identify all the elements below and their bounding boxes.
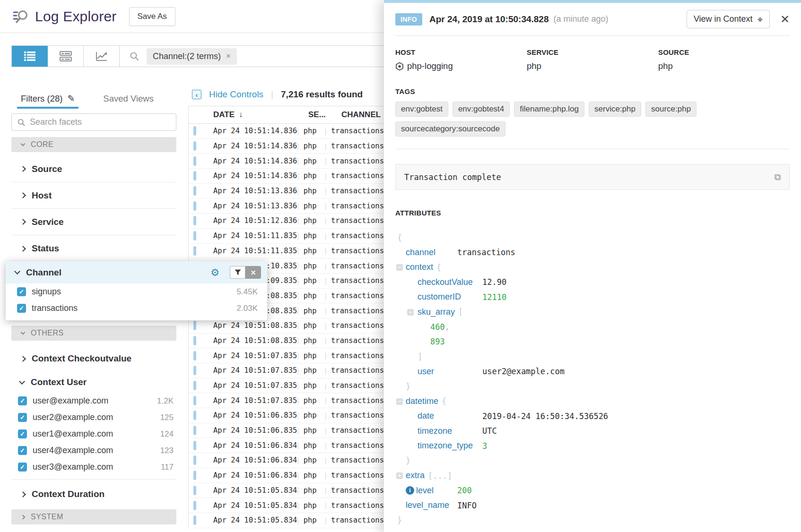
section-core[interactable]: CORE	[11, 137, 176, 152]
graph-view-button[interactable]	[84, 46, 120, 67]
facet-option-row[interactable]: ✓ signups 5.45K	[6, 283, 267, 300]
log-row[interactable]: Apr 24 10:51:14.836 | php | transactions	[189, 154, 384, 169]
copy-icon[interactable]: ⧉	[774, 172, 781, 182]
tab-filters[interactable]: Filters (28) ✎	[17, 93, 78, 109]
attribute-key[interactable]: customerID	[418, 292, 482, 302]
info-icon[interactable]: i	[406, 486, 414, 495]
attribute-key[interactable]: channel	[406, 248, 457, 257]
log-row[interactable]: Apr 24 10:51:05.834 | php | transactions	[189, 483, 384, 498]
attribute-key[interactable]: date	[418, 411, 482, 421]
facet-option-row[interactable]: ✓ user4@example.com 123	[11, 442, 176, 459]
facet-option-row[interactable]: ✓ user2@example.com 125	[11, 409, 176, 426]
attribute-key[interactable]: datetime	[406, 396, 438, 406]
facet-option-row[interactable]: ✓ transactions 2.03K	[6, 300, 267, 317]
attribute-key[interactable]: checkoutValue	[418, 277, 482, 287]
log-row[interactable]: Apr 24 10:51:11.835 | php | transactions	[189, 229, 384, 244]
facet-search[interactable]	[11, 113, 176, 131]
log-row[interactable]: Apr 24 10:51:11.835 | php | transactions	[189, 244, 384, 259]
edit-filters-icon[interactable]: ✎	[67, 93, 75, 104]
status-info-bar	[193, 396, 196, 405]
facet-header[interactable]: Context User	[11, 372, 176, 393]
checkbox-checked[interactable]: ✓	[17, 287, 26, 296]
tag-pill[interactable]: env:gobtest	[395, 102, 448, 117]
log-row[interactable]: Apr 24 10:51:14.836 | php | transactions	[189, 139, 384, 154]
clear-filter-button[interactable]: ✕	[245, 266, 261, 279]
attribute-key[interactable]: level	[416, 486, 457, 496]
log-row[interactable]: Apr 24 10:51:14.836 | php | transactions	[189, 124, 384, 139]
tag-pill[interactable]: source:php	[645, 102, 697, 117]
log-row[interactable]: Apr 24 10:51:07.835 | php | transactions	[189, 378, 384, 394]
log-row[interactable]: Apr 24 10:51:06.834 | php | transactions	[189, 438, 384, 453]
facet-row[interactable]: Service	[11, 209, 176, 235]
log-row[interactable]: Apr 24 10:51:06.834 | php | transactions	[189, 468, 384, 483]
checkbox-checked[interactable]: ✓	[17, 304, 26, 313]
facet-row[interactable]: Host	[11, 182, 176, 209]
checkbox-checked[interactable]: ✓	[18, 446, 27, 455]
list-view-button[interactable]	[12, 46, 48, 67]
tag-pill[interactable]: service:php	[589, 102, 641, 117]
cell-separator: |	[297, 127, 303, 135]
close-panel-icon[interactable]: ✕	[780, 14, 790, 25]
facet-option-row[interactable]: ✓ user1@example.com 124	[11, 426, 176, 442]
log-row[interactable]: Apr 24 10:51:12.836 | php | transactions	[189, 214, 384, 229]
log-row[interactable]: Apr 24 10:51:06.835 | php | transactions	[189, 408, 384, 423]
detail-view-button[interactable]	[48, 46, 84, 67]
facet-row[interactable]: Status	[11, 235, 176, 262]
save-as-button[interactable]: Save As	[129, 7, 175, 26]
collapse-toggle-icon[interactable]	[396, 398, 403, 405]
collapse-toggle-icon[interactable]	[407, 309, 414, 316]
remove-token-icon[interactable]: ×	[226, 51, 231, 61]
tab-saved-views[interactable]: Saved Views	[99, 94, 157, 109]
log-row[interactable]: Apr 24 10:51:05.834 | php | transactions	[189, 513, 384, 528]
log-row[interactable]: Apr 24 10:51:08.835 | php | transactions	[189, 318, 384, 334]
log-row[interactable]: Apr 24 10:51:07.835 | php | transactions	[189, 348, 384, 363]
column-header-channel[interactable]: CHANNEL	[341, 110, 381, 120]
facet-option-row[interactable]: ✓ user3@example.com 117	[11, 459, 176, 475]
attribute-key[interactable]: level_name	[406, 500, 457, 510]
attribute-key[interactable]: sku_array	[418, 307, 455, 317]
log-row[interactable]: Apr 24 10:51:06.834 | php | transactions	[189, 453, 384, 468]
attribute-key[interactable]: extra	[406, 471, 425, 481]
log-service: php	[304, 247, 325, 255]
facet-option-row[interactable]: ✓ user@example.com 1.2K	[11, 393, 176, 409]
log-channel: transactions	[331, 336, 384, 345]
facet-row[interactable]: Context Checkoutvalue	[11, 345, 176, 372]
attribute-key[interactable]: timezone	[418, 426, 482, 436]
log-row[interactable]: Apr 24 10:51:06.835 | php | transactions	[189, 423, 384, 438]
log-row[interactable]: Apr 24 10:51:05.834 | php | transactions	[189, 498, 384, 513]
attribute-key[interactable]: user	[418, 367, 482, 377]
checkbox-checked[interactable]: ✓	[18, 413, 27, 422]
hide-controls-icon[interactable]: ‹	[192, 90, 201, 99]
collapse-toggle-icon[interactable]	[396, 264, 403, 271]
checkbox-checked[interactable]: ✓	[18, 396, 27, 405]
section-others[interactable]: OTHERS	[11, 326, 176, 341]
attribute-key[interactable]: context	[406, 262, 433, 272]
column-header-service[interactable]: SE...	[308, 110, 341, 120]
log-date: Apr 24 10:51:07.835	[213, 396, 297, 405]
log-row[interactable]: Apr 24 10:51:14.836 | php | transactions	[189, 169, 384, 184]
log-row[interactable]: Apr 24 10:51:13.836 | php | transactions	[189, 184, 384, 199]
attribute-key[interactable]: timezone_type	[418, 441, 482, 451]
hide-controls-link[interactable]: Hide Controls	[209, 89, 263, 100]
gear-icon[interactable]: ⚙	[210, 267, 219, 277]
tag-pill[interactable]: filename:php.log	[514, 102, 584, 117]
channel-popup-header[interactable]: Channel ⚙ ✕	[6, 261, 267, 283]
checkbox-checked[interactable]: ✓	[18, 429, 27, 438]
log-row[interactable]: Apr 24 10:51:07.835 | php | transactions	[189, 363, 384, 378]
collapse-toggle-icon[interactable]	[396, 472, 403, 479]
facet-row[interactable]: Context Duration	[11, 481, 176, 507]
search-facets-input[interactable]	[30, 117, 162, 127]
log-row[interactable]: Apr 24 10:51:08.835 | php | transactions	[189, 334, 384, 349]
log-row[interactable]: Apr 24 10:51:07.835 | php | transactions	[189, 393, 384, 408]
search-token[interactable]: Channel:(2 terms) ×	[147, 48, 237, 65]
section-system[interactable]: SYSTEM	[11, 509, 176, 524]
view-in-context-button[interactable]: View in Context ⌖	[687, 10, 770, 28]
tag-pill[interactable]: sourcecategory:sourcecode	[395, 121, 505, 137]
log-row[interactable]: Apr 24 10:51:13.836 | php | transactions	[189, 198, 384, 214]
column-header-date[interactable]: DATE ↓	[213, 110, 308, 120]
tag-pill[interactable]: env:gobtest4	[453, 102, 510, 117]
log-channel: transactions	[331, 232, 384, 240]
checkbox-checked[interactable]: ✓	[18, 463, 27, 472]
facet-row[interactable]: Source	[11, 156, 176, 182]
filter-funnel-button[interactable]	[230, 266, 245, 279]
